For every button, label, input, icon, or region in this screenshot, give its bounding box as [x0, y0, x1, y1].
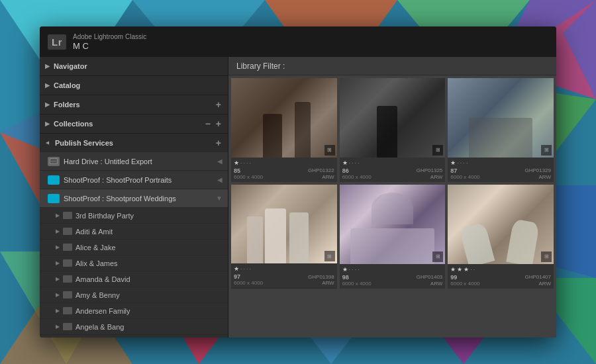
- photo-dims-photo-3: 6000 x 4000: [450, 174, 479, 180]
- tree-arrow-aditi-amit: ▶: [56, 228, 60, 234]
- tree-item-amy-benny[interactable]: ▶ Amy & Benny: [40, 287, 228, 303]
- photo-filename-photo-3: GHP01329: [524, 167, 551, 173]
- tree-arrow-alix-james: ▶: [56, 260, 60, 266]
- shootproof-weddings-label: ShootProof : Shootproof Weddings: [64, 195, 213, 203]
- photo-thumb-photo-5: ⊞: [340, 185, 446, 264]
- tree-item-aditi-amit[interactable]: ▶ Aditi & Amit: [40, 224, 228, 240]
- catalog-label: Catalog: [54, 81, 80, 89]
- photo-dims-photo-6: 6000 x 4000: [450, 281, 479, 287]
- publish-header[interactable]: ▼ Publish Services +: [40, 134, 228, 152]
- tree-arrow-amanda-david: ▶: [56, 276, 60, 282]
- collections-add-button[interactable]: +: [215, 119, 223, 128]
- photo-cell-photo-3[interactable]: ⊞ ★···· 87 GHP01329 6000 x 4000 ARW: [448, 78, 554, 182]
- tree-item-andersen-family[interactable]: ▶ Andersen Family: [40, 303, 228, 319]
- folders-add-button[interactable]: +: [215, 100, 223, 109]
- star-2: ·: [244, 159, 246, 166]
- shootproof-portraits-icon: [48, 175, 60, 185]
- star-2: ·: [352, 159, 354, 166]
- photo-badge-photo-3: ⊞: [541, 145, 552, 156]
- star-4: ·: [473, 266, 475, 273]
- tree-item-alice-jake[interactable]: ▶ Alice & Jake: [40, 240, 228, 255]
- star-3: ·: [355, 266, 357, 273]
- folders-header[interactable]: ▶ Folders +: [40, 95, 228, 114]
- collections-header[interactable]: ▶ Collections − +: [40, 114, 228, 133]
- folders-label: Folders: [54, 101, 80, 109]
- tree-icon-andersen-family: [63, 307, 72, 314]
- lr-logo: Lr: [48, 34, 66, 50]
- app-window: Lr Adobe Lightroom Classic M C ▶ Navigat…: [40, 26, 556, 338]
- star-2: ·: [244, 265, 246, 272]
- collections-remove-button[interactable]: −: [204, 119, 212, 128]
- collections-label: Collections: [54, 120, 93, 128]
- photo-dims-row-photo-6: 6000 x 4000 ARW: [450, 281, 551, 287]
- star-1: ·: [457, 159, 459, 166]
- publish-add-button[interactable]: +: [215, 138, 223, 148]
- star-4: ·: [250, 265, 252, 272]
- catalog-header[interactable]: ▶ Catalog: [40, 76, 228, 95]
- photo-thumb-inner-photo-3: ⊞: [448, 78, 554, 158]
- svg-rect-28: [50, 195, 58, 201]
- sidebar: ▶ Navigator ▶ Catalog ▶ Folders +: [40, 57, 228, 338]
- sidebar-section-catalog: ▶ Catalog: [40, 76, 228, 95]
- star-1: ·: [240, 265, 242, 272]
- star-0: ★: [234, 265, 239, 272]
- photo-cell-photo-6[interactable]: ⊞ ★★★·· 99 GHP01407 6000 x 4000 ARW: [448, 185, 554, 289]
- photo-dims-row-photo-3: 6000 x 4000 ARW: [450, 174, 551, 180]
- star-2: ·: [352, 266, 354, 273]
- photo-badge-photo-1: ⊞: [324, 145, 335, 156]
- star-4: ·: [358, 159, 360, 166]
- tree-icon-amy-benny: [63, 291, 72, 298]
- star-3: ·: [470, 266, 472, 273]
- photo-stars-photo-3: ★····: [450, 159, 551, 166]
- collections-arrow: ▶: [45, 120, 50, 127]
- photo-meta-photo-4: ★···· 97 GHP01398 6000 x 4000 ARW: [231, 263, 337, 288]
- tree-item-alix-james[interactable]: ▶ Alix & James: [40, 255, 228, 271]
- photo-type-photo-5: ARW: [430, 281, 443, 287]
- star-4: ·: [466, 159, 468, 166]
- photo-badge-photo-4: ⊞: [324, 251, 335, 261]
- main-content: ▶ Navigator ▶ Catalog ▶ Folders +: [40, 57, 556, 338]
- photo-thumb-photo-4: ⊞: [231, 185, 337, 264]
- photo-badge-photo-2: ⊞: [432, 145, 443, 156]
- photo-dims-photo-5: 6000 x 4000: [342, 281, 372, 287]
- star-4: ·: [250, 159, 252, 166]
- tree-item-angela-bang[interactable]: ▶ Angela & Bang: [40, 319, 228, 335]
- publish-item-shootproof-portraits[interactable]: ShootProof : ShootProof Portraits ◀: [40, 171, 228, 189]
- star-4: ·: [358, 266, 360, 273]
- tree-item-amanda-david[interactable]: ▶ Amanda & David: [40, 271, 228, 287]
- photo-cell-photo-2[interactable]: ⊞ ★···· 86 GHP01325 6000 x 4000 ARW: [340, 78, 446, 182]
- photo-cell-photo-1[interactable]: ⊞ ★···· 85 GHP01322 6000 x 4000 ARW: [231, 78, 337, 182]
- tree-item-3rd-birthday[interactable]: ▶ 3rd Birthday Party: [40, 208, 228, 224]
- photo-number-photo-2: 86: [342, 167, 349, 174]
- star-2: ·: [460, 159, 462, 166]
- photo-info-row-photo-5: 98 GHP01403: [342, 274, 443, 281]
- photo-meta-photo-6: ★★★·· 99 GHP01407 6000 x 4000 ARW: [448, 264, 554, 289]
- tree-item-angela-daniel[interactable]: ▶ Angela & Daniel: [40, 335, 228, 338]
- app-name: Adobe Lightroom Classic: [73, 32, 146, 41]
- tree-arrow-angela-bang: ▶: [56, 324, 60, 330]
- photo-meta-photo-3: ★···· 87 GHP01329 6000 x 4000 ARW: [448, 158, 554, 182]
- photo-number-photo-4: 97: [234, 273, 240, 280]
- tree-icon-aditi-amit: [63, 228, 72, 235]
- photo-dims-photo-4: 6000 x 4000: [234, 280, 263, 286]
- sidebar-section-navigator: ▶ Navigator: [40, 57, 228, 76]
- photo-type-photo-3: ARW: [538, 174, 551, 180]
- star-3: ·: [355, 159, 357, 166]
- photo-badge-photo-6: ⊞: [541, 251, 552, 262]
- photo-cell-photo-4[interactable]: ⊞ ★···· 97 GHP01398 6000 x 4000 ARW: [231, 185, 337, 289]
- tree-label-alice-jake: Alice & Jake: [75, 244, 116, 251]
- star-0: ★: [342, 266, 348, 273]
- tree-label-angela-bang: Angela & Bang: [75, 323, 124, 331]
- photo-meta-photo-2: ★···· 86 GHP01325 6000 x 4000 ARW: [340, 158, 446, 182]
- photo-filename-photo-6: GHP01407: [524, 274, 551, 280]
- photo-cell-photo-5[interactable]: ⊞ ★···· 98 GHP01403 6000 x 4000 ARW: [340, 185, 446, 289]
- navigator-header[interactable]: ▶ Navigator: [40, 57, 228, 75]
- sidebar-section-collections: ▶ Collections − +: [40, 114, 228, 134]
- publish-item-shootproof-weddings[interactable]: ShootProof : Shootproof Weddings ▼: [40, 189, 228, 208]
- photo-stars-photo-4: ★····: [234, 265, 334, 272]
- star-3: ·: [463, 159, 465, 166]
- publish-item-hard-drive[interactable]: Hard Drive : Untitled Export ◀: [40, 152, 228, 171]
- star-3: ·: [246, 159, 248, 166]
- photo-filename-photo-1: GHP01322: [308, 167, 334, 173]
- star-1: ·: [240, 159, 242, 166]
